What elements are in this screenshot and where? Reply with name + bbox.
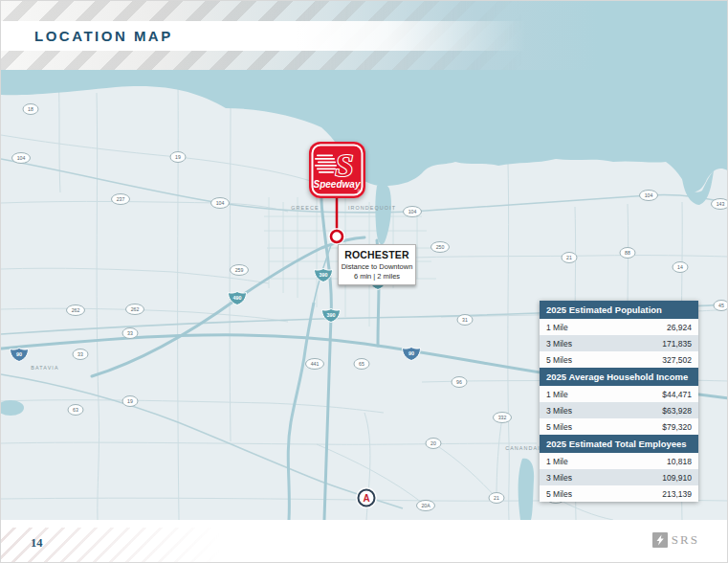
row-label: 1 Mile [546,323,568,332]
svg-text:20: 20 [430,440,436,446]
svg-text:63: 63 [73,407,78,413]
route-shield-33: 33 [73,349,88,360]
route-shield-14: 14 [673,262,688,273]
svg-text:18: 18 [28,106,33,112]
row-label: 5 Miles [546,355,572,365]
svg-text:262: 262 [72,307,80,313]
callout-city: ROCHESTER [341,249,413,260]
speedway-s-letter: S [336,147,354,183]
svg-text:20A: 20A [421,503,430,508]
svg-text:250: 250 [436,244,445,250]
table-row: 1 Mile 10,818 [540,453,698,469]
speedway-logo: S Speedway ® [309,142,365,198]
route-shield-262: 262 [67,305,85,316]
row-label: 5 Miles [546,489,572,499]
svg-text:104: 104 [17,155,26,161]
route-shield-104: 104 [404,207,422,217]
svg-text:A: A [363,493,369,504]
row-label: 1 Mile [546,457,568,466]
row-value: 327,502 [662,355,692,365]
svg-text:90: 90 [408,350,414,356]
route-shield-19: 19 [122,396,138,407]
table-row: 5 Miles 213,139 [540,485,698,502]
route-shield-441: 441 [306,359,324,370]
route-shield-104: 104 [12,153,31,164]
table-row: 5 Miles $79,320 [540,418,698,435]
srs-logo-text: SRS [672,532,699,548]
svg-text:65: 65 [359,361,364,367]
city-label-greece: GREECE [291,205,319,211]
section-header: 2025 Estimated Total Employees [540,435,698,453]
row-value: 26,924 [667,323,692,332]
svg-text:262: 262 [131,306,140,312]
route-shield-20: 20 [426,439,441,449]
table-row: 3 Miles $63,928 [540,402,698,418]
row-label: 3 Miles [546,473,572,483]
svg-text:33: 33 [127,330,133,336]
speedway-wordmark: Speedway [314,179,361,190]
route-shield-143: 143 [712,199,728,210]
page-number: 14 [31,536,43,551]
svg-text:21: 21 [494,495,499,501]
route-shield-31: 31 [457,315,473,326]
svg-text:390: 390 [320,272,328,278]
employees-section: 2025 Estimated Total Employees 1 Mile 10… [540,435,698,502]
row-label: 1 Mile [546,390,568,399]
section-header: 2025 Estimated Population [540,301,698,319]
row-label: 5 Miles [546,422,572,432]
svg-text:104: 104 [216,200,225,206]
route-shield-45: 45 [714,301,728,311]
svg-text:390: 390 [327,312,336,318]
table-row: 1 Mile $44,471 [540,386,698,402]
route-shield-21: 21 [489,493,504,504]
population-section: 2025 Estimated Population 1 Mile 26,924 … [540,301,698,368]
svg-text:21: 21 [566,255,572,260]
svg-text:88: 88 [625,250,630,256]
srs-logo-icon [652,532,668,548]
row-value: 109,910 [662,473,692,483]
svg-text:490: 490 [233,295,242,301]
svg-text:31: 31 [462,317,468,323]
canandaigua-lake [518,459,535,520]
table-row: 3 Miles 171,835 [540,335,698,351]
srs-logo: SRS [652,532,699,548]
route-shield-104: 104 [640,191,658,201]
table-row: 3 Miles 109,910 [540,469,698,485]
svg-text:104: 104 [408,209,417,214]
svg-text:332: 332 [498,415,507,420]
route-shield-104: 104 [211,198,230,209]
svg-text:96: 96 [456,379,462,385]
row-value: 171,835 [662,339,692,349]
income-section: 2025 Average Household Income 1 Mile $44… [540,368,698,435]
registered-mark: ® [358,189,362,194]
city-label-batavia: BATAVIA [31,365,58,371]
row-value: $63,928 [662,406,692,416]
section-header: 2025 Average Household Income [540,368,698,386]
svg-text:19: 19 [127,398,133,404]
route-shield-33: 33 [122,328,138,339]
row-label: 3 Miles [546,406,572,416]
svg-text:19: 19 [175,154,181,160]
route-shield-19: 19 [170,152,186,163]
route-shield-88: 88 [620,248,635,259]
row-value: $79,320 [662,422,692,432]
route-shield-250: 250 [431,242,450,253]
route-shield-65: 65 [354,359,369,370]
route-shield-18: 18 [23,104,38,115]
row-value: $44,471 [662,390,692,399]
footer: 14 SRS [1,520,728,563]
svg-text:441: 441 [311,361,320,367]
rochester-callout: ROCHESTER Distance to Downtown 6 min | 2… [338,244,416,285]
svg-text:237: 237 [117,196,125,202]
svg-text:33: 33 [77,351,83,357]
city-label-irondequoit: IRONDEQUOIT [348,205,396,211]
speedway-logo-art: S Speedway ® [309,142,365,198]
svg-text:259: 259 [235,267,244,273]
site-a-marker: A [356,487,377,508]
route-shield-20A: 20A [417,501,435,511]
speed-lines [315,155,337,173]
route-shield-259: 259 [231,265,249,276]
svg-text:14: 14 [677,264,683,270]
route-shield-237: 237 [112,194,130,205]
route-shield-262: 262 [126,304,144,315]
